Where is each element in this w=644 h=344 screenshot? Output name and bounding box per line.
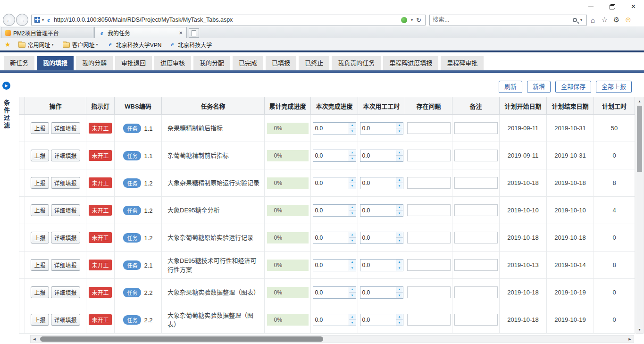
spin-up-icon[interactable]: ▲ xyxy=(349,232,356,238)
favorites-item[interactable]: 常用网址▾ xyxy=(15,39,59,50)
spin-down-icon[interactable]: ▼ xyxy=(349,156,356,161)
progress-input[interactable] xyxy=(313,123,349,134)
remark-input[interactable] xyxy=(454,177,498,189)
remark-input[interactable] xyxy=(454,232,498,243)
problem-input[interactable] xyxy=(407,259,451,271)
filter-expand-button[interactable]: ▶ xyxy=(2,82,10,90)
report-button[interactable]: 上报 xyxy=(31,177,49,189)
spin-down-icon[interactable]: ▼ xyxy=(396,156,403,161)
spin-up-icon[interactable]: ▲ xyxy=(396,314,403,320)
remark-input[interactable] xyxy=(454,204,498,216)
module-tab-3[interactable]: 我的分解 xyxy=(76,56,113,70)
favorites-icon[interactable]: ☆ xyxy=(599,14,611,26)
spin-down-icon[interactable]: ▼ xyxy=(396,210,403,216)
remark-input[interactable] xyxy=(454,286,498,298)
progress-input[interactable] xyxy=(313,232,349,243)
new-tab-button[interactable] xyxy=(189,28,199,38)
submit-all-button[interactable]: 全部上报 xyxy=(596,81,632,93)
spin-down-icon[interactable]: ▼ xyxy=(396,320,403,326)
search-icon[interactable] xyxy=(573,18,577,22)
detail-fill-button[interactable]: 详细填报 xyxy=(51,286,80,298)
module-tab-6[interactable]: 我的分配 xyxy=(193,56,230,70)
spin-up-icon[interactable]: ▲ xyxy=(349,150,356,156)
chevron-down-icon[interactable]: ▾ xyxy=(580,18,582,22)
spin-down-icon[interactable]: ▼ xyxy=(349,293,356,298)
work-hours-input[interactable] xyxy=(360,287,396,298)
scroll-left-icon[interactable]: ◀ xyxy=(31,336,38,343)
spin-down-icon[interactable]: ▼ xyxy=(349,265,356,271)
spin-up-icon[interactable]: ▲ xyxy=(396,232,403,238)
remark-input[interactable] xyxy=(454,259,498,271)
module-tab-9[interactable]: 已终止 xyxy=(299,56,329,70)
spin-down-icon[interactable]: ▼ xyxy=(396,128,403,134)
spin-up-icon[interactable]: ▲ xyxy=(349,260,356,266)
forward-button[interactable]: → xyxy=(16,14,28,26)
close-tab-icon[interactable]: × xyxy=(179,29,183,36)
remark-input[interactable] xyxy=(454,150,498,161)
module-tab-5[interactable]: 进度审核 xyxy=(154,56,191,70)
quick-tabs-icon[interactable] xyxy=(34,17,40,23)
spin-up-icon[interactable]: ▲ xyxy=(349,205,356,211)
minimize-button[interactable] xyxy=(580,0,602,13)
refresh-icon[interactable]: ↻ xyxy=(416,17,421,24)
remark-input[interactable] xyxy=(454,122,498,134)
chevron-down-icon[interactable]: ▾ xyxy=(411,18,413,22)
back-button[interactable]: ← xyxy=(3,14,15,26)
report-button[interactable]: 上报 xyxy=(31,204,49,216)
favorites-star-icon[interactable]: ★ xyxy=(5,41,11,48)
report-button[interactable]: 上报 xyxy=(31,122,49,134)
spin-down-icon[interactable]: ▼ xyxy=(349,128,356,134)
spin-up-icon[interactable]: ▲ xyxy=(396,150,403,156)
save-all-button[interactable]: 全部保存 xyxy=(555,81,591,93)
detail-fill-button[interactable]: 详细填报 xyxy=(51,314,80,326)
spin-down-icon[interactable]: ▼ xyxy=(349,238,356,243)
address-bar[interactable]: ▾ http://10.0.0.100:8050/Main/RDS/Projec… xyxy=(31,15,426,25)
work-hours-input[interactable] xyxy=(360,177,396,189)
work-hours-input[interactable] xyxy=(360,232,396,243)
detail-fill-button[interactable]: 详细填报 xyxy=(51,177,80,189)
report-button[interactable]: 上报 xyxy=(31,232,49,243)
problem-input[interactable] xyxy=(407,177,451,189)
settings-gear-icon[interactable]: ⚙ xyxy=(611,14,622,26)
favorites-item[interactable]: 客户网址▾ xyxy=(59,39,103,50)
addon-icon[interactable] xyxy=(401,17,407,23)
feedback-smiley-icon[interactable]: ☺ xyxy=(622,14,634,26)
spin-up-icon[interactable]: ▲ xyxy=(396,177,403,184)
progress-input[interactable] xyxy=(313,287,349,298)
remark-input[interactable] xyxy=(454,314,498,326)
chevron-down-icon[interactable]: ▾ xyxy=(42,18,44,22)
work-hours-input[interactable] xyxy=(360,123,396,134)
home-icon[interactable]: ⌂ xyxy=(587,14,599,26)
spin-up-icon[interactable]: ▲ xyxy=(396,287,403,293)
spin-up-icon[interactable]: ▲ xyxy=(349,123,356,129)
add-button[interactable]: 新增 xyxy=(527,81,551,93)
report-button[interactable]: 上报 xyxy=(31,314,49,326)
problem-input[interactable] xyxy=(407,150,451,161)
progress-input[interactable] xyxy=(313,205,349,216)
close-window-button[interactable]: × xyxy=(623,0,644,13)
module-tab-10[interactable]: 我负责的任务 xyxy=(332,56,381,70)
module-tab-12[interactable]: 里程碑审批 xyxy=(441,56,484,70)
module-tab-1[interactable]: 新任务 xyxy=(4,56,34,70)
spin-down-icon[interactable]: ▼ xyxy=(396,238,403,243)
favorites-item[interactable]: 北京科技大学 xyxy=(165,39,216,50)
detail-fill-button[interactable]: 详细填报 xyxy=(51,259,80,271)
spin-up-icon[interactable]: ▲ xyxy=(396,205,403,211)
spin-up-icon[interactable]: ▲ xyxy=(349,177,356,184)
browser-tab-1[interactable]: PM2项目管理平台 xyxy=(1,27,93,38)
progress-input[interactable] xyxy=(313,150,349,161)
detail-fill-button[interactable]: 详细填报 xyxy=(51,122,80,134)
problem-input[interactable] xyxy=(407,122,451,134)
progress-input[interactable] xyxy=(313,260,349,271)
spin-down-icon[interactable]: ▼ xyxy=(349,320,356,326)
module-tab-7[interactable]: 已完成 xyxy=(233,56,263,70)
scroll-up-icon[interactable]: ▲ xyxy=(636,97,643,105)
spin-up-icon[interactable]: ▲ xyxy=(396,123,403,129)
spin-down-icon[interactable]: ▼ xyxy=(349,183,356,189)
problem-input[interactable] xyxy=(407,314,451,326)
work-hours-input[interactable] xyxy=(360,260,396,271)
problem-input[interactable] xyxy=(407,232,451,243)
search-box[interactable]: ▾ xyxy=(429,15,587,25)
module-tab-8[interactable]: 已填报 xyxy=(266,56,296,70)
spin-down-icon[interactable]: ▼ xyxy=(396,183,403,189)
